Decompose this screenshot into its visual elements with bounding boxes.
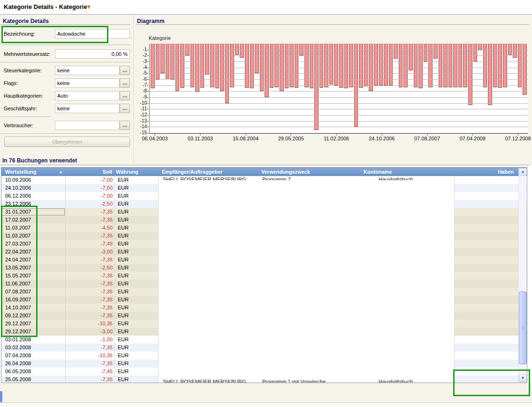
cell-soll[interactable]: -7,00 — [65, 176, 114, 184]
cell-soll[interactable]: -7,35 — [65, 288, 114, 296]
cell-soll[interactable]: -7,49 — [65, 240, 114, 248]
cell-soll[interactable]: -7,00 — [65, 184, 114, 192]
steuerkategorie-field-picker-button[interactable]: … — [120, 66, 130, 75]
cell-wertstellung[interactable]: 07.08.2007 — [1, 288, 65, 296]
cell-wertstellung[interactable]: 14.10.2007 — [1, 304, 65, 312]
column-header-2[interactable]: Soll — [65, 168, 112, 176]
cell-waehrung[interactable]: EUR — [114, 176, 157, 184]
cell-soll[interactable]: -2,50 — [65, 200, 114, 208]
cell-wertstellung[interactable]: 06.12.2006 — [1, 192, 65, 200]
cell-waehrung[interactable]: EUR — [114, 184, 157, 192]
column-header-5[interactable]: Verwendungszweck — [261, 168, 310, 176]
cell-wertstellung[interactable]: 03.02.2008 — [1, 344, 65, 352]
scroll-down-button[interactable]: ▼ — [519, 375, 527, 382]
cell-waehrung[interactable]: EUR — [114, 312, 157, 320]
cell-waehrung[interactable]: EUR — [114, 248, 157, 256]
cell-soll[interactable]: -7,35 — [65, 304, 114, 312]
cell-soll[interactable]: -3,00 — [65, 248, 114, 256]
cell-wertstellung[interactable]: 07.04.2008 — [1, 352, 65, 360]
cell-wertstellung[interactable]: 24.04.2007 — [1, 256, 65, 264]
bezeichnung-field[interactable] — [55, 29, 130, 38]
column-header-3[interactable]: Währung — [116, 168, 138, 176]
flags-field-picker-button[interactable]: … — [120, 78, 130, 88]
cell-waehrung[interactable]: EUR — [114, 240, 157, 248]
cell-wertstellung[interactable]: 23.12.2006 — [1, 200, 65, 208]
cell-waehrung[interactable]: EUR — [114, 200, 157, 208]
cell-waehrung[interactable]: EUR — [114, 208, 157, 216]
cell-wertstellung[interactable]: 11.06.2007 — [1, 280, 65, 288]
column-header-7[interactable]: Haben — [498, 168, 514, 176]
cell-waehrung[interactable]: EUR — [114, 336, 157, 344]
cell-waehrung[interactable]: EUR — [114, 320, 157, 328]
cell-waehrung[interactable]: EUR — [114, 272, 157, 280]
cell-soll[interactable]: -7,35 — [65, 208, 114, 216]
cell-wertstellung[interactable]: 16.09.2007 — [1, 296, 65, 304]
cell-soll[interactable]: -7,35 — [65, 344, 114, 352]
cell-waehrung[interactable]: EUR — [114, 304, 157, 312]
verbraucher-field-picker-button[interactable]: … — [120, 121, 130, 130]
cell-wertstellung[interactable]: 11.03.2007 — [1, 224, 65, 232]
steuerkategorie-field[interactable] — [55, 66, 120, 75]
cell-waehrung[interactable]: EUR — [114, 352, 157, 360]
cell-wertstellung[interactable]: 31.01.2007 — [1, 208, 65, 216]
vertical-scrollbar[interactable]: ▲ ▼ — [518, 168, 526, 382]
cell-waehrung[interactable]: EUR — [114, 360, 157, 368]
cell-soll[interactable]: -2,50 — [65, 264, 114, 272]
column-header-1[interactable]: Wertstellung — [5, 168, 36, 176]
flags-field[interactable] — [55, 78, 120, 88]
cell-wertstellung[interactable]: 10.09.2006 — [1, 176, 65, 184]
geschaeftsjahr-field[interactable] — [55, 104, 120, 113]
cell-soll[interactable]: -7,00 — [65, 192, 114, 200]
scrollbar-thumb[interactable] — [519, 292, 527, 364]
cell-soll[interactable]: -7,35 — [65, 256, 114, 264]
cell-waehrung[interactable]: EUR — [114, 224, 157, 232]
cell-wertstellung[interactable]: 11.03.2007 — [1, 232, 65, 240]
mehrwertsteuersatz-field[interactable] — [55, 49, 130, 59]
cell-wertstellung[interactable]: 22.04.2007 — [1, 248, 65, 256]
cell-wertstellung[interactable]: 27.03.2007 — [1, 240, 65, 248]
cell-wertstellung[interactable]: 29.12.2007 — [1, 320, 65, 328]
hauptkategorien-field-picker-button[interactable]: … — [120, 91, 130, 100]
cell-wertstellung[interactable]: 13.05.2007 — [1, 264, 65, 272]
cell-wertstellung[interactable]: 25.05.2008 — [1, 376, 65, 383]
cell-soll[interactable]: -7,35 — [65, 216, 114, 224]
cell-waehrung[interactable]: EUR — [114, 328, 157, 336]
scroll-up-button[interactable]: ▲ — [519, 168, 527, 176]
geschaeftsjahr-field-picker-button[interactable]: … — [120, 104, 130, 113]
cell-waehrung[interactable]: EUR — [114, 368, 157, 376]
cell-soll[interactable]: -3,00 — [65, 328, 114, 336]
cell-soll[interactable]: -10,35 — [65, 320, 114, 328]
cell-soll[interactable]: -7,45 — [65, 368, 114, 376]
cell-soll[interactable]: -7,35 — [65, 312, 114, 320]
cell-wertstellung[interactable]: 09.12.2007 — [1, 312, 65, 320]
column-header-6[interactable]: Kontoname — [364, 168, 392, 176]
cell-waehrung[interactable]: EUR — [114, 280, 157, 288]
cell-soll[interactable]: -1,00 — [65, 336, 114, 344]
cell-waehrung[interactable]: EUR — [114, 264, 157, 272]
cell-waehrung[interactable]: EUR — [114, 256, 157, 264]
cell-waehrung[interactable]: EUR — [114, 192, 157, 200]
cell-soll[interactable]: -7,35 — [65, 376, 114, 383]
dropdown-triangle-icon[interactable]: ▼ — [86, 3, 92, 10]
cell-soll[interactable]: -10,35 — [65, 352, 114, 360]
cell-wertstellung[interactable]: 17.02.2007 — [1, 216, 65, 224]
cell-soll[interactable]: -7,35 — [65, 296, 114, 304]
cell-wertstellung[interactable]: 06.05.2008 — [1, 368, 65, 376]
verbraucher-field[interactable] — [55, 121, 120, 130]
cell-soll[interactable]: -7,35 — [65, 272, 114, 280]
cell-waehrung[interactable]: EUR — [114, 232, 157, 240]
cell-wertstellung[interactable]: 15.05.2007 — [1, 272, 65, 280]
cell-soll[interactable]: -7,35 — [65, 360, 114, 368]
cell-wertstellung[interactable]: 26.04.2008 — [1, 360, 65, 368]
cell-wertstellung[interactable]: 03.01.2008 — [1, 336, 65, 344]
hauptkategorien-field[interactable] — [55, 91, 120, 100]
cell-soll[interactable]: -7,35 — [65, 280, 114, 288]
cell-wertstellung[interactable]: 24.10.2006 — [1, 184, 65, 192]
column-header-4[interactable]: Empfänger/Auftraggeber — [162, 168, 223, 176]
cell-waehrung[interactable]: EUR — [114, 216, 157, 224]
cell-soll[interactable]: -4,50 — [65, 224, 114, 232]
cell-waehrung[interactable]: EUR — [114, 296, 157, 304]
cell-waehrung[interactable]: EUR — [114, 376, 157, 383]
cell-waehrung[interactable]: EUR — [114, 344, 157, 352]
cell-wertstellung[interactable]: 29.12.2007 — [1, 328, 65, 336]
